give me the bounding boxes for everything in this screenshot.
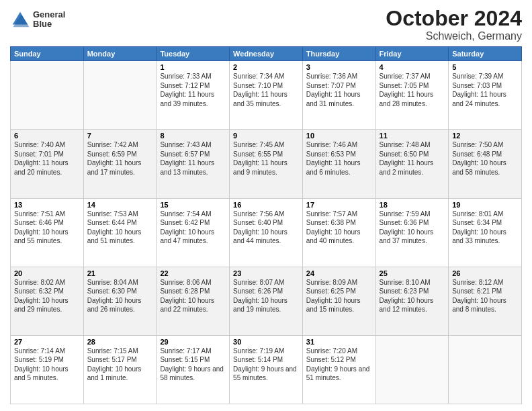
day-number: 21 (87, 269, 153, 277)
calendar-cell (11, 61, 84, 130)
logo-line2: Blue (33, 19, 65, 29)
calendar-cell (449, 335, 522, 404)
day-info: Sunrise: 8:10 AMSunset: 6:23 PMDaylight:… (380, 278, 445, 314)
day-info: Sunrise: 7:45 AMSunset: 6:55 PMDaylight:… (233, 140, 299, 177)
day-header-sunday: Sunday (11, 47, 84, 61)
calendar-cell (375, 335, 449, 404)
title-block: October 2024 Schweich, Germany (386, 7, 522, 42)
day-info: Sunrise: 7:51 AMSunset: 6:46 PMDaylight:… (14, 210, 80, 246)
page: General Blue October 2024 Schweich, Germ… (0, 0, 532, 411)
calendar-table: SundayMondayTuesdayWednesdayThursdayFrid… (10, 46, 522, 404)
calendar-week-5: 27Sunrise: 7:14 AMSunset: 5:19 PMDayligh… (11, 335, 522, 404)
day-info: Sunrise: 7:15 AMSunset: 5:17 PMDaylight:… (87, 347, 153, 383)
day-header-tuesday: Tuesday (157, 47, 230, 61)
day-info: Sunrise: 7:36 AMSunset: 7:07 PMDaylight:… (306, 72, 372, 108)
logo: General Blue (10, 9, 65, 30)
day-number: 12 (452, 132, 518, 140)
calendar-cell: 22Sunrise: 8:06 AMSunset: 6:28 PMDayligh… (157, 267, 230, 335)
day-info: Sunrise: 8:04 AMSunset: 6:30 PMDaylight:… (87, 278, 153, 314)
day-number: 19 (452, 201, 518, 209)
day-header-monday: Monday (83, 47, 157, 61)
calendar-cell: 3Sunrise: 7:36 AMSunset: 7:07 PMDaylight… (302, 61, 375, 130)
day-number: 2 (233, 63, 299, 71)
calendar-cell: 21Sunrise: 8:04 AMSunset: 6:30 PMDayligh… (83, 267, 157, 335)
calendar-cell: 8Sunrise: 7:43 AMSunset: 6:57 PMDaylight… (157, 130, 230, 198)
calendar-cell: 24Sunrise: 8:09 AMSunset: 6:25 PMDayligh… (302, 267, 375, 335)
calendar-cell (83, 61, 157, 130)
day-number: 24 (306, 269, 372, 277)
calendar-cell: 16Sunrise: 7:56 AMSunset: 6:40 PMDayligh… (230, 198, 303, 267)
location-subtitle: Schweich, Germany (386, 30, 522, 42)
calendar-cell: 12Sunrise: 7:50 AMSunset: 6:48 PMDayligh… (449, 130, 522, 198)
day-info: Sunrise: 7:19 AMSunset: 5:14 PMDaylight:… (233, 347, 299, 383)
day-info: Sunrise: 7:20 AMSunset: 5:12 PMDaylight:… (306, 347, 372, 383)
day-info: Sunrise: 7:46 AMSunset: 6:53 PMDaylight:… (306, 140, 372, 177)
day-number: 26 (452, 269, 518, 277)
day-number: 4 (380, 63, 445, 71)
calendar-cell: 29Sunrise: 7:17 AMSunset: 5:15 PMDayligh… (157, 335, 230, 404)
calendar-header-row: SundayMondayTuesdayWednesdayThursdayFrid… (11, 47, 522, 61)
day-number: 3 (306, 63, 372, 71)
day-info: Sunrise: 8:12 AMSunset: 6:21 PMDaylight:… (452, 278, 518, 314)
day-info: Sunrise: 7:37 AMSunset: 7:05 PMDaylight:… (380, 72, 445, 108)
calendar-cell: 4Sunrise: 7:37 AMSunset: 7:05 PMDaylight… (375, 61, 449, 130)
day-info: Sunrise: 7:17 AMSunset: 5:15 PMDaylight:… (160, 347, 226, 383)
day-number: 8 (160, 132, 226, 140)
day-number: 9 (233, 132, 299, 140)
day-number: 16 (233, 201, 299, 209)
calendar-week-4: 20Sunrise: 8:02 AMSunset: 6:32 PMDayligh… (11, 267, 522, 335)
day-info: Sunrise: 8:07 AMSunset: 6:26 PMDaylight:… (233, 278, 299, 314)
day-info: Sunrise: 7:40 AMSunset: 7:01 PMDaylight:… (14, 140, 80, 177)
day-number: 7 (87, 132, 153, 140)
day-number: 31 (306, 338, 372, 346)
calendar-cell: 1Sunrise: 7:33 AMSunset: 7:12 PMDaylight… (157, 61, 230, 130)
day-header-thursday: Thursday (302, 47, 375, 61)
day-info: Sunrise: 8:01 AMSunset: 6:34 PMDaylight:… (452, 210, 518, 246)
day-info: Sunrise: 7:14 AMSunset: 5:19 PMDaylight:… (14, 347, 80, 383)
day-number: 25 (380, 269, 445, 277)
day-number: 11 (380, 132, 445, 140)
calendar-cell: 23Sunrise: 8:07 AMSunset: 6:26 PMDayligh… (230, 267, 303, 335)
calendar-cell: 5Sunrise: 7:39 AMSunset: 7:03 PMDaylight… (449, 61, 522, 130)
calendar-cell: 10Sunrise: 7:46 AMSunset: 6:53 PMDayligh… (302, 130, 375, 198)
logo-line1: General (33, 10, 65, 19)
calendar-cell: 30Sunrise: 7:19 AMSunset: 5:14 PMDayligh… (230, 335, 303, 404)
day-info: Sunrise: 7:56 AMSunset: 6:40 PMDaylight:… (233, 210, 299, 246)
calendar-cell: 19Sunrise: 8:01 AMSunset: 6:34 PMDayligh… (449, 198, 522, 267)
day-info: Sunrise: 8:09 AMSunset: 6:25 PMDaylight:… (306, 278, 372, 314)
day-info: Sunrise: 7:53 AMSunset: 6:44 PMDaylight:… (87, 210, 153, 246)
day-info: Sunrise: 7:48 AMSunset: 6:50 PMDaylight:… (380, 140, 445, 177)
calendar-week-2: 6Sunrise: 7:40 AMSunset: 7:01 PMDaylight… (11, 130, 522, 198)
calendar-week-1: 1Sunrise: 7:33 AMSunset: 7:12 PMDaylight… (11, 61, 522, 130)
day-header-saturday: Saturday (449, 47, 522, 61)
day-number: 14 (87, 201, 153, 209)
calendar-cell: 14Sunrise: 7:53 AMSunset: 6:44 PMDayligh… (83, 198, 157, 267)
day-number: 10 (306, 132, 372, 140)
day-number: 28 (87, 338, 153, 346)
calendar-week-3: 13Sunrise: 7:51 AMSunset: 6:46 PMDayligh… (11, 198, 522, 267)
header: General Blue October 2024 Schweich, Germ… (10, 7, 522, 42)
day-number: 15 (160, 201, 226, 209)
day-number: 13 (14, 201, 80, 209)
day-info: Sunrise: 7:42 AMSunset: 6:59 PMDaylight:… (87, 140, 153, 177)
day-number: 27 (14, 338, 80, 346)
day-info: Sunrise: 7:50 AMSunset: 6:48 PMDaylight:… (452, 140, 518, 177)
day-number: 17 (306, 201, 372, 209)
day-number: 20 (14, 269, 80, 277)
calendar-cell: 28Sunrise: 7:15 AMSunset: 5:17 PMDayligh… (83, 335, 157, 404)
day-info: Sunrise: 7:33 AMSunset: 7:12 PMDaylight:… (160, 72, 226, 108)
calendar-cell: 26Sunrise: 8:12 AMSunset: 6:21 PMDayligh… (449, 267, 522, 335)
logo-text: General Blue (33, 10, 65, 30)
day-number: 6 (14, 132, 80, 140)
month-title: October 2024 (386, 7, 522, 30)
day-info: Sunrise: 8:06 AMSunset: 6:28 PMDaylight:… (160, 278, 226, 314)
day-info: Sunrise: 7:57 AMSunset: 6:38 PMDaylight:… (306, 210, 372, 246)
calendar-cell: 13Sunrise: 7:51 AMSunset: 6:46 PMDayligh… (11, 198, 84, 267)
day-number: 29 (160, 338, 226, 346)
day-number: 22 (160, 269, 226, 277)
calendar-cell: 15Sunrise: 7:54 AMSunset: 6:42 PMDayligh… (157, 198, 230, 267)
day-number: 18 (380, 201, 445, 209)
calendar-cell: 9Sunrise: 7:45 AMSunset: 6:55 PMDaylight… (230, 130, 303, 198)
calendar-cell: 20Sunrise: 8:02 AMSunset: 6:32 PMDayligh… (11, 267, 84, 335)
calendar-cell: 7Sunrise: 7:42 AMSunset: 6:59 PMDaylight… (83, 130, 157, 198)
